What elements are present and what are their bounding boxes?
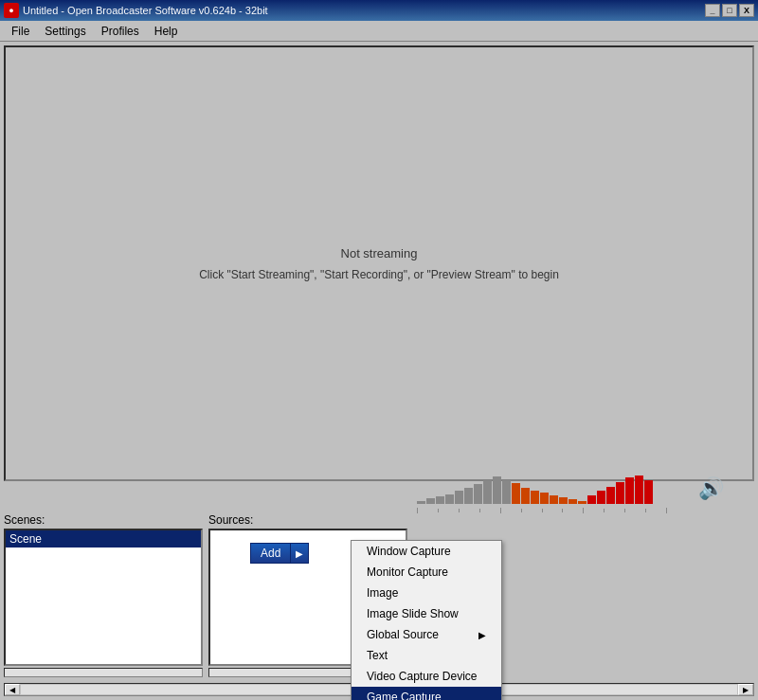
- audio-bar-18: [587, 495, 596, 504]
- global-source-arrow: ▶: [478, 630, 486, 640]
- ctx-image[interactable]: Image: [352, 583, 501, 603]
- context-menu: Window Capture Monitor Capture Image Ima…: [351, 540, 502, 700]
- ctx-video-capture[interactable]: Video Capture Device: [352, 666, 501, 687]
- audio-bar-24: [644, 480, 653, 504]
- scenes-section: Scenes: Scene: [4, 513, 203, 677]
- ctx-monitor-capture[interactable]: Monitor Capture: [352, 562, 501, 583]
- scene-item-0[interactable]: Scene: [6, 530, 201, 547]
- audio-bar-17: [578, 501, 587, 504]
- ctx-image-slide-show[interactable]: Image Slide Show: [352, 603, 501, 624]
- add-button-area: Add ▶: [250, 543, 309, 564]
- maximize-button[interactable]: □: [722, 4, 737, 17]
- title-bar: ● Untitled - Open Broadcaster Software v…: [0, 0, 758, 21]
- title-text: Untitled - Open Broadcaster Software v0.…: [23, 5, 705, 16]
- sources-label: Sources:: [208, 513, 407, 527]
- menu-bar: File Settings Profiles Help: [0, 21, 758, 42]
- audio-bar-3: [445, 494, 454, 504]
- scenes-list: Scene: [4, 529, 203, 666]
- audio-bar-11: [521, 488, 530, 504]
- audio-bar-1: [426, 498, 435, 504]
- audio-bar-15: [559, 497, 568, 504]
- audio-bar-22: [625, 477, 634, 504]
- add-dropdown-arrow[interactable]: ▶: [290, 543, 309, 564]
- audio-bar-5: [464, 488, 473, 504]
- audio-bar-6: [474, 484, 482, 504]
- preview-inner: Not streaming Click "Start Streaming", "…: [6, 47, 752, 479]
- audio-bar-0: [417, 501, 425, 504]
- speaker-icon: 🔊: [698, 476, 724, 501]
- scroll-left-btn[interactable]: ◀: [5, 684, 20, 695]
- ctx-game-capture[interactable]: Game Capture: [352, 687, 501, 700]
- window-controls: _ □ X: [705, 4, 754, 17]
- audio-bar-13: [540, 493, 549, 504]
- menu-settings[interactable]: Settings: [37, 23, 93, 40]
- audio-bar-2: [436, 496, 444, 504]
- audio-bar-20: [606, 487, 615, 504]
- ctx-window-capture[interactable]: Window Capture: [352, 541, 501, 562]
- ctx-global-source[interactable]: Global Source ▶: [352, 624, 501, 645]
- audio-bar-19: [597, 491, 605, 504]
- not-streaming-label: Not streaming: [341, 246, 418, 260]
- scenes-label: Scenes:: [4, 513, 203, 527]
- audio-bar-9: [502, 480, 511, 504]
- audio-bar-14: [550, 495, 558, 504]
- preview-area: Not streaming Click "Start Streaming", "…: [4, 45, 754, 481]
- audio-tick-row: [417, 506, 687, 515]
- audio-bar-16: [568, 499, 577, 504]
- scroll-right-btn[interactable]: ▶: [738, 684, 753, 695]
- audio-bar-10: [512, 483, 520, 504]
- close-button[interactable]: X: [739, 4, 754, 17]
- ctx-text[interactable]: Text: [352, 645, 501, 666]
- audio-bar-4: [455, 491, 463, 504]
- audio-bar-21: [616, 482, 624, 504]
- audio-bar-8: [493, 476, 501, 504]
- minimize-button[interactable]: _: [705, 4, 720, 17]
- menu-file[interactable]: File: [4, 23, 37, 40]
- audio-bar-23: [635, 476, 643, 504]
- add-button[interactable]: Add: [250, 543, 290, 564]
- audio-bar-7: [483, 480, 492, 504]
- audio-bar-12: [531, 491, 539, 504]
- streaming-hint: Click "Start Streaming", "Start Recordin…: [199, 268, 559, 281]
- scenes-scrollbar[interactable]: [4, 668, 203, 677]
- menu-help[interactable]: Help: [147, 23, 186, 40]
- audio-meter: [417, 474, 692, 504]
- menu-profiles[interactable]: Profiles: [94, 23, 147, 40]
- app-icon: ●: [4, 3, 19, 18]
